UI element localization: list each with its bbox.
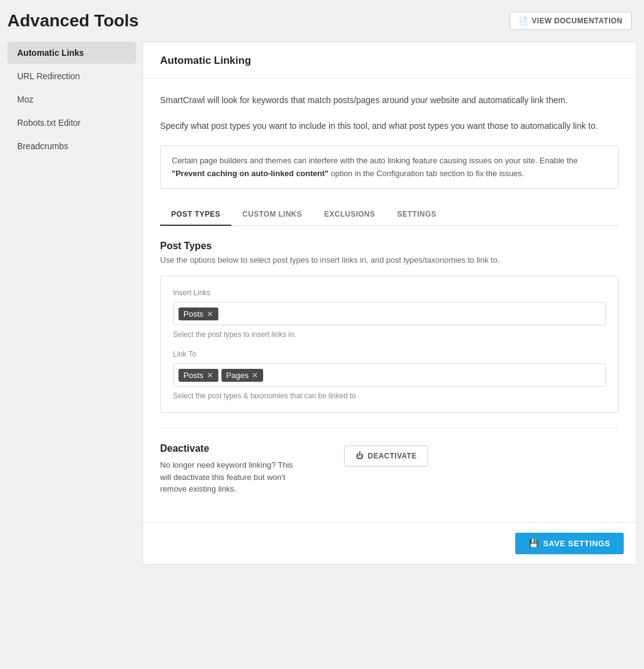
link-to-tag-pages: Pages ✕ bbox=[221, 369, 264, 382]
deactivate-description: No longer need keyword linking? This wil… bbox=[160, 459, 295, 495]
post-types-section: Post Types Use the options below to sele… bbox=[160, 241, 619, 413]
footer-bar: 💾 SAVE SETTINGS bbox=[143, 522, 636, 564]
deactivate-section: Deactivate No longer need keyword linkin… bbox=[160, 443, 619, 508]
link-to-input[interactable]: Posts ✕ Pages ✕ bbox=[173, 363, 606, 387]
content-title: Automatic Linking bbox=[160, 55, 619, 67]
notice-text-1: Certain page builders and themes can int… bbox=[172, 156, 578, 165]
notice-bold-text: "Prevent caching on auto-linked content" bbox=[172, 169, 329, 178]
section-divider bbox=[160, 428, 619, 428]
deactivate-label: DEACTIVATE bbox=[368, 452, 417, 460]
insert-links-group: Insert Links Posts ✕ Select the post typ… bbox=[173, 288, 606, 339]
sidebar-item-automatic-links[interactable]: Automatic Links bbox=[7, 42, 136, 64]
post-types-fields-box: Insert Links Posts ✕ Select the post typ… bbox=[160, 276, 619, 413]
content-header: Automatic Linking bbox=[143, 42, 636, 79]
deactivate-button[interactable]: ⏻ DEACTIVATE bbox=[344, 446, 428, 466]
notice-text-2: option in the Configuration tab section … bbox=[329, 169, 524, 178]
deactivate-title: Deactivate bbox=[160, 443, 295, 454]
deactivate-button-container: ⏻ DEACTIVATE bbox=[344, 443, 428, 466]
tag-posts-2-remove[interactable]: ✕ bbox=[207, 371, 213, 379]
tag-posts-2-label: Posts bbox=[183, 371, 204, 380]
sidebar: Automatic Links URL Redirection Moz Robo… bbox=[7, 42, 142, 565]
insert-links-label: Insert Links bbox=[173, 288, 606, 297]
insert-links-tag-posts: Posts ✕ bbox=[178, 307, 218, 320]
tag-pages-remove[interactable]: ✕ bbox=[251, 371, 258, 379]
insert-links-hint: Select the post types to insert links in… bbox=[173, 330, 606, 339]
post-types-title: Post Types bbox=[160, 241, 619, 252]
main-content-panel: Automatic Linking SmartCrawl will look f… bbox=[142, 42, 637, 565]
deactivate-info: Deactivate No longer need keyword linkin… bbox=[160, 443, 295, 495]
insert-links-input[interactable]: Posts ✕ bbox=[173, 302, 606, 325]
sidebar-item-moz[interactable]: Moz bbox=[7, 88, 136, 110]
tab-post-types[interactable]: POST TYPES bbox=[160, 204, 231, 226]
view-docs-label: VIEW DOCUMENTATION bbox=[532, 17, 623, 25]
link-to-group: Link To Posts ✕ Pages ✕ bbox=[173, 350, 606, 400]
tag-posts-remove[interactable]: ✕ bbox=[207, 310, 213, 318]
link-to-label: Link To bbox=[173, 350, 606, 358]
power-icon: ⏻ bbox=[356, 452, 364, 460]
page-title: Advanced Tools bbox=[7, 11, 139, 31]
tabs-bar: POST TYPES CUSTOM LINKS EXCLUSIONS SETTI… bbox=[160, 204, 619, 226]
view-documentation-button[interactable]: 📄 VIEW DOCUMENTATION bbox=[510, 12, 632, 30]
docs-icon: 📄 bbox=[519, 17, 529, 25]
sidebar-item-url-redirection[interactable]: URL Redirection bbox=[7, 65, 136, 87]
tag-pages-label: Pages bbox=[226, 371, 249, 380]
sidebar-item-robots-txt-editor[interactable]: Robots.txt Editor bbox=[7, 112, 136, 134]
link-to-hint: Select the post types & taxonomies that … bbox=[173, 392, 606, 400]
description-line-2: Specify what post types you want to incl… bbox=[160, 119, 619, 133]
tab-exclusions[interactable]: EXCLUSIONS bbox=[313, 204, 386, 226]
content-body: SmartCrawl will look for keywords that m… bbox=[143, 79, 636, 522]
tab-custom-links[interactable]: CUSTOM LINKS bbox=[231, 204, 313, 226]
tab-settings[interactable]: SETTINGS bbox=[386, 204, 448, 226]
save-label: SAVE SETTINGS bbox=[543, 539, 610, 548]
save-settings-button[interactable]: 💾 SAVE SETTINGS bbox=[515, 533, 624, 554]
notice-box: Certain page builders and themes can int… bbox=[160, 145, 619, 190]
description-line-1: SmartCrawl will look for keywords that m… bbox=[160, 93, 619, 107]
link-to-tag-posts: Posts ✕ bbox=[178, 369, 218, 382]
save-icon: 💾 bbox=[529, 539, 539, 548]
sidebar-item-breadcrumbs[interactable]: Breadcrumbs bbox=[7, 135, 136, 157]
tag-posts-label: Posts bbox=[183, 309, 204, 319]
post-types-description: Use the options below to select post typ… bbox=[160, 255, 619, 265]
